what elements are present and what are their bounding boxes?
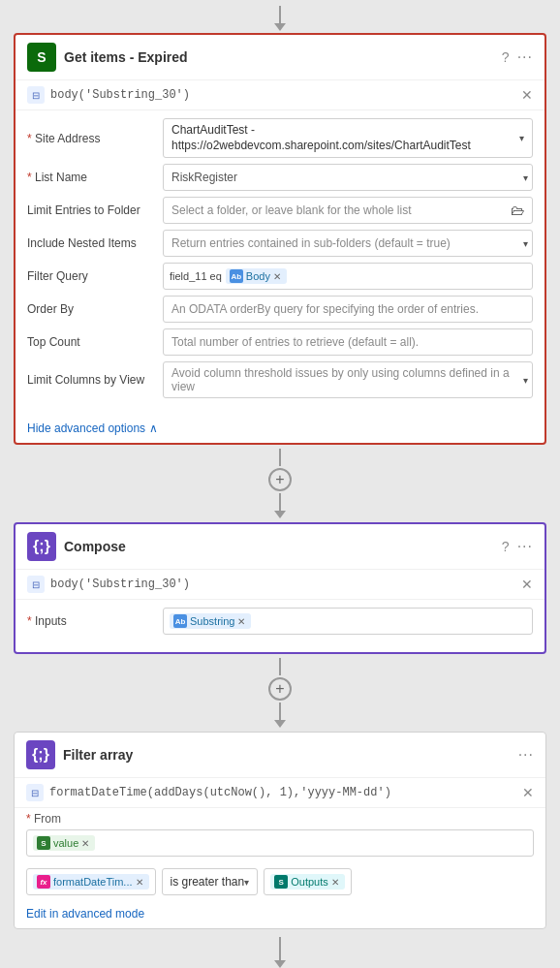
get-items-expr-row: ⊟ body('Substring_30') ✕ xyxy=(16,80,544,110)
compose-inputs-label: Inputs xyxy=(27,614,163,628)
filter-array-menu-icon[interactable]: ··· xyxy=(518,746,534,764)
get-items-menu-icon[interactable]: ··· xyxy=(517,48,533,66)
compose-expr-row: ⊟ body('Substring_30') ✕ xyxy=(16,570,544,600)
edit-advanced-link[interactable]: Edit in advanced mode xyxy=(15,903,545,928)
filter-query-prefix: field_11 eq xyxy=(170,270,222,282)
site-address-text: ChartAuditTest - https://o2webdevcom.sha… xyxy=(171,123,471,153)
filter-operator-dropdown[interactable]: is greater than ▾ xyxy=(162,868,259,895)
compose-inputs-value: Ab Substring ✕ xyxy=(163,608,533,635)
filter-from-tag: S value ✕ xyxy=(33,835,95,851)
compose-inputs-row: Inputs Ab Substring ✕ xyxy=(27,608,533,635)
compose-menu-icon[interactable]: ··· xyxy=(517,538,533,555)
filter-right-tag-icon: S xyxy=(274,875,288,889)
limit-columns-value: Avoid column threshold issues by only us… xyxy=(163,361,533,398)
filter-query-value: field_11 eq Ab Body ✕ xyxy=(163,263,533,290)
include-nested-row: Include Nested Items Return entries cont… xyxy=(27,230,533,257)
connector-3 xyxy=(0,929,560,968)
get-items-actions: ? ··· xyxy=(502,48,533,66)
filter-from-label: From xyxy=(26,812,534,826)
compose-tag-icon: Ab xyxy=(173,614,187,628)
get-items-expr-close[interactable]: ✕ xyxy=(521,87,533,103)
hide-advanced-label: Hide advanced options xyxy=(27,422,145,435)
filter-query-row: Filter Query field_11 eq Ab Body ✕ xyxy=(27,263,533,290)
filter-tag-label: Body xyxy=(246,270,270,282)
connector-2: + xyxy=(0,654,560,732)
filter-tag-close[interactable]: ✕ xyxy=(273,271,281,282)
filter-array-card: {;} Filter array ··· ⊟ formatDateTime(ad… xyxy=(14,732,546,929)
filter-query-label: Filter Query xyxy=(27,269,163,283)
order-by-input[interactable]: An ODATA orderBy query for specifying th… xyxy=(163,296,533,323)
compose-expr-icon: ⊟ xyxy=(27,576,45,593)
filter-left-tag: fx formatDateTim... ✕ xyxy=(33,874,149,890)
connector-1: + xyxy=(0,445,560,522)
get-items-header: S Get items - Expired ? ··· xyxy=(16,35,544,80)
compose-title: Compose xyxy=(64,539,494,554)
order-by-row: Order By An ODATA orderBy query for spec… xyxy=(27,296,533,323)
site-address-input[interactable]: ChartAuditTest - https://o2webdevcom.sha… xyxy=(163,118,533,158)
compose-help-icon[interactable]: ? xyxy=(502,539,510,554)
add-step-2-button[interactable]: + xyxy=(268,677,292,701)
filter-array-actions: ··· xyxy=(518,746,534,764)
list-name-input[interactable]: RiskRegister ▾ xyxy=(163,164,533,191)
filter-from-tag-close[interactable]: ✕ xyxy=(81,838,89,849)
filter-query-input[interactable]: field_11 eq Ab Body ✕ xyxy=(163,263,533,290)
top-count-value: Total number of entries to retrieve (def… xyxy=(163,328,533,356)
limit-entries-label: Limit Entries to Folder xyxy=(27,203,163,217)
filter-left-tag-label: formatDateTim... xyxy=(53,876,133,888)
filter-array-expr-row: ⊟ formatDateTime(addDays(utcNow(), 1),'y… xyxy=(15,778,545,808)
get-items-title: Get items - Expired xyxy=(64,49,494,65)
get-items-expr-text: body('Substring_30') xyxy=(50,88,515,102)
list-name-row: List Name RiskRegister ▾ xyxy=(27,164,533,191)
compose-tag: Ab Substring ✕ xyxy=(170,613,251,629)
limit-columns-chevron: ▾ xyxy=(523,375,528,386)
compose-form: Inputs Ab Substring ✕ xyxy=(16,600,544,652)
compose-tag-label: Substring xyxy=(190,615,234,627)
include-nested-chevron: ▾ xyxy=(523,238,528,249)
include-nested-value: Return entries contained in sub-folders … xyxy=(163,230,533,257)
limit-entries-row: Limit Entries to Folder Select a folder,… xyxy=(27,197,533,224)
filter-right-input[interactable]: S Outputs ✕ xyxy=(264,868,352,895)
top-count-row: Top Count Total number of entries to ret… xyxy=(27,328,533,356)
site-address-label: Site Address xyxy=(27,132,163,145)
order-by-label: Order By xyxy=(27,302,163,316)
top-count-label: Top Count xyxy=(27,335,163,349)
order-by-value: An ODATA orderBy query for specifying th… xyxy=(163,296,533,323)
compose-inputs-input[interactable]: Ab Substring ✕ xyxy=(163,608,533,635)
filter-from-input[interactable]: S value ✕ xyxy=(26,829,534,857)
compose-expr-text: body('Substring_30') xyxy=(50,578,515,591)
site-address-row: Site Address ChartAuditTest - https://o2… xyxy=(27,118,533,158)
add-step-1-button[interactable]: + xyxy=(268,468,292,491)
compose-icon: {;} xyxy=(27,532,56,561)
filter-icon: {;} xyxy=(26,740,55,769)
get-items-form: Site Address ChartAuditTest - https://o2… xyxy=(16,110,544,416)
main-container: S Get items - Expired ? ··· ⊟ body('Subs… xyxy=(0,0,560,968)
filter-query-tag: Ab Body ✕ xyxy=(226,268,287,284)
filter-left-tag-close[interactable]: ✕ xyxy=(136,877,143,888)
list-name-value: RiskRegister ▾ xyxy=(163,164,533,191)
filter-condition-row: fx formatDateTim... ✕ is greater than ▾ … xyxy=(15,864,545,903)
compose-tag-close[interactable]: ✕ xyxy=(237,616,245,627)
filter-array-expr-close[interactable]: ✕ xyxy=(522,785,534,800)
get-items-help-icon[interactable]: ? xyxy=(502,49,510,65)
compose-card: {;} Compose ? ··· ⊟ body('Substring_30')… xyxy=(14,522,546,654)
top-count-input[interactable]: Total number of entries to retrieve (def… xyxy=(163,328,533,356)
filter-from-tag-label: value xyxy=(53,837,78,849)
filter-array-title: Filter array xyxy=(63,747,511,763)
filter-right-tag-label: Outputs xyxy=(291,876,328,888)
filter-left-tag-icon: fx xyxy=(37,875,50,889)
folder-icon: 🗁 xyxy=(511,203,524,218)
limit-entries-input[interactable]: Select a folder, or leave blank for the … xyxy=(163,197,533,224)
hide-advanced-link[interactable]: Hide advanced options ∧ xyxy=(16,416,544,443)
limit-columns-input[interactable]: Avoid column threshold issues by only us… xyxy=(163,361,533,398)
include-nested-label: Include Nested Items xyxy=(27,236,163,250)
top-connector xyxy=(0,0,560,33)
get-items-card: S Get items - Expired ? ··· ⊟ body('Subs… xyxy=(14,33,546,445)
filter-array-header: {;} Filter array ··· xyxy=(15,733,545,778)
site-address-value: ChartAuditTest - https://o2webdevcom.sha… xyxy=(163,118,533,158)
filter-left-input[interactable]: fx formatDateTim... ✕ xyxy=(26,868,156,895)
include-nested-input[interactable]: Return entries contained in sub-folders … xyxy=(163,230,533,257)
compose-expr-close[interactable]: ✕ xyxy=(521,577,533,592)
filter-from-tag-icon: S xyxy=(37,836,50,850)
compose-actions: ? ··· xyxy=(502,538,533,555)
filter-right-tag-close[interactable]: ✕ xyxy=(331,877,339,888)
